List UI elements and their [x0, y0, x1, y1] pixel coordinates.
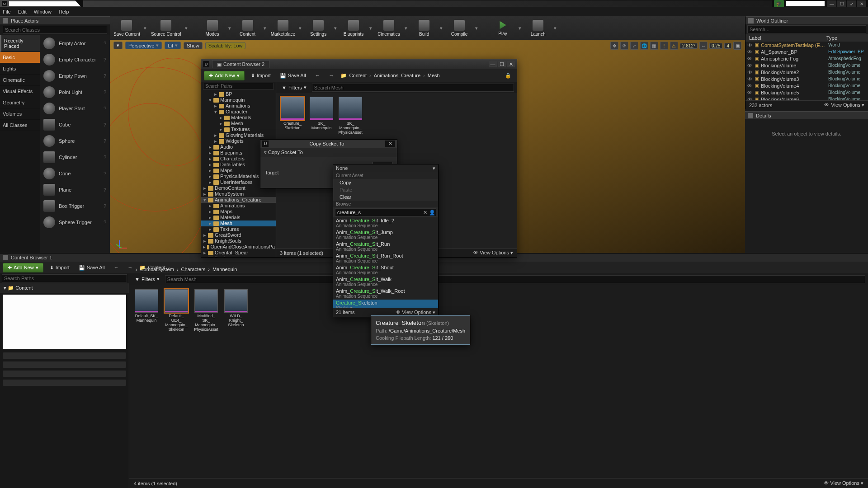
cb1-breadcrumb-tail[interactable]: ›CombatSystem ›Characters ›Mannequin	[136, 264, 863, 274]
warning-icon[interactable]: !	[660, 42, 668, 50]
perspective-button[interactable]: Perspective▾	[125, 42, 162, 49]
menu-window[interactable]: Window	[34, 9, 52, 14]
pa-item-sphere[interactable]: Sphere?	[40, 133, 110, 149]
pa-category-all-classes[interactable]: All Classes	[0, 120, 40, 131]
toolbar-dropdown[interactable]: ▾	[475, 25, 479, 31]
expand-icon[interactable]: ▸	[208, 203, 212, 209]
pa-item-player-start[interactable]: Player Start?	[40, 100, 110, 117]
expand-icon[interactable]: ▸	[203, 238, 207, 244]
help-icon[interactable]: ?	[104, 41, 106, 46]
outliner-row[interactable]: 👁▣BlockingVolume3BlockingVolume	[745, 75, 868, 82]
pa-item-cube[interactable]: Cube?	[40, 117, 110, 133]
toolbar-compile[interactable]: Compile	[447, 17, 472, 39]
transform-move-icon[interactable]: ✥	[610, 42, 618, 50]
project-tab[interactable]: U	[0, 0, 81, 7]
cb1-save-all[interactable]: 💾 Save All	[76, 263, 108, 272]
tree-node[interactable]: ▸Animations	[201, 203, 276, 209]
expand-icon[interactable]: ▸	[208, 226, 212, 232]
tree-node[interactable]: ▸Textures	[201, 226, 276, 232]
cb1-view-options[interactable]: 👁 View Options ▾	[824, 480, 863, 486]
expand-icon[interactable]: ▸	[208, 150, 212, 156]
help-icon[interactable]: ?	[104, 138, 106, 144]
tree-node[interactable]: ▾Character	[201, 109, 276, 115]
cb2-search-assets[interactable]	[312, 84, 514, 92]
pa-item-empty-pawn[interactable]: Empty Pawn?	[40, 68, 110, 84]
dialog-close[interactable]: ✕	[385, 141, 395, 147]
picker-item[interactable]: Anim_Creature_Sit_WalkAnimation Sequence	[333, 276, 438, 288]
toolbar-dropdown[interactable]: ▾	[144, 25, 147, 31]
picker-item[interactable]: Creature_SkeletonSkeleton	[333, 300, 438, 308]
eye-icon[interactable]: 👁	[747, 76, 753, 82]
pa-category-basic[interactable]: Basic	[0, 52, 40, 63]
outliner-row[interactable]: 👁▣BlockingVolume5BlockingVolume	[745, 89, 868, 96]
outliner-row[interactable]: 👁▣CombatSystemTestMap (Editor)World	[745, 42, 868, 48]
show-button[interactable]: Show	[184, 42, 203, 49]
cb1-add-new[interactable]: ✚ Add New ▾	[3, 263, 43, 272]
scale-snap-icon[interactable]: ↔	[699, 42, 708, 50]
toolbar-blueprints[interactable]: Blueprints	[341, 17, 366, 39]
eye-icon[interactable]: 👁	[747, 90, 753, 95]
expand-icon[interactable]: ▸	[208, 162, 212, 168]
menu-edit[interactable]: Edit	[18, 9, 27, 14]
pa-item-cone[interactable]: Cone?	[40, 165, 110, 182]
asset-tile[interactable]: Default_UE4_Mannequin_Skeleton	[164, 289, 189, 332]
warning2-icon[interactable]: ⚠	[670, 42, 678, 50]
filters-button[interactable]: ▼ Filters ▾	[279, 83, 309, 92]
cb1-import[interactable]: ⬇ Import	[47, 263, 72, 272]
expand-icon[interactable]: ▸	[203, 185, 207, 191]
picker-search-user-icon[interactable]: 👤	[429, 210, 436, 216]
coord-space-icon[interactable]: 🌐	[640, 42, 648, 50]
lock-icon[interactable]: 🔒	[502, 71, 514, 80]
camera-speed[interactable]: 4	[724, 43, 731, 49]
maximize-button[interactable]: ☐	[837, 0, 846, 7]
expand-icon[interactable]: ▸	[203, 244, 206, 250]
view-options-outliner[interactable]: 👁View Options ▾	[824, 102, 864, 108]
cb1-nav-fwd[interactable]: →	[125, 263, 136, 272]
toolbar-launch[interactable]: Launch	[526, 17, 550, 39]
cb2-view-options[interactable]: 👁 View Options ▾	[473, 250, 513, 256]
toolbar-dropdown[interactable]: ▾	[369, 25, 373, 31]
tree-node[interactable]: ▸Animations	[201, 103, 276, 109]
import-button[interactable]: ⬇ Import	[248, 71, 274, 80]
pa-category-recently-placed[interactable]: Recently Placed	[0, 35, 40, 52]
outliner-row[interactable]: 👁▣BlockingVolume4BlockingVolume	[745, 82, 868, 89]
expand-icon[interactable]: ▸	[203, 250, 207, 256]
toolbar-content[interactable]: Content	[236, 17, 260, 39]
tree-node[interactable]: ▸Oriental_Spear	[201, 250, 276, 256]
help-icon[interactable]: ?	[104, 122, 106, 127]
place-actors-search[interactable]	[3, 26, 107, 34]
expand-icon[interactable]: ▾	[214, 109, 217, 115]
col-label[interactable]: Label	[749, 35, 826, 41]
scale-snap-value[interactable]: 0.25	[709, 43, 722, 49]
picker-item[interactable]: Anim_Creature_Sit_Idle_2Animation Sequen…	[333, 217, 438, 229]
expand-icon[interactable]: ▸	[219, 127, 223, 132]
picker-selected[interactable]: None▾	[333, 164, 438, 172]
toolbar-save-current[interactable]: Save Current	[113, 17, 140, 39]
eye-icon[interactable]: 👁	[747, 70, 753, 75]
tree-node[interactable]: ▸Partixx	[201, 256, 276, 257]
world-outliner-tab[interactable]: World Outliner	[745, 16, 868, 24]
toolbar-modes[interactable]: Modes	[200, 17, 225, 39]
toolbar-build[interactable]: Build	[412, 17, 436, 39]
help-icon[interactable]: ?	[104, 73, 106, 79]
asset-tile[interactable]: SK_Mannequin_PhysicsAsset	[338, 97, 363, 135]
nav-fwd[interactable]: →	[326, 71, 337, 80]
transform-scale-icon[interactable]: ⤢	[630, 42, 638, 50]
expand-icon[interactable]: ▾	[208, 97, 212, 103]
toolbar-source-control[interactable]: Source Control	[151, 17, 181, 39]
outliner-row[interactable]: 👁▣AI_Spawner_BPEdit Spawner_BP	[745, 48, 868, 55]
cb1-root-folder[interactable]: ▾ 📁 Content	[0, 283, 129, 293]
outliner-row[interactable]: 👁▣BlockingVolume2BlockingVolume	[745, 69, 868, 75]
expand-icon[interactable]: ▾	[203, 197, 207, 203]
tree-node[interactable]: ▸Mesh	[201, 121, 276, 127]
maximize-viewport-icon[interactable]: ▣	[733, 42, 741, 50]
asset-tile[interactable]: WILD_Knight_Skeleton	[223, 289, 249, 327]
picker-item[interactable]: Anim_Creature_Sit_Run_RootAnimation Sequ…	[333, 253, 438, 264]
expand-icon[interactable]: ▸	[208, 144, 212, 150]
eye-icon[interactable]: 👁	[747, 83, 753, 89]
cb1-filters[interactable]: ▼ Filters ▾	[132, 275, 162, 283]
cb1-nav-back[interactable]: ←	[111, 263, 122, 272]
toolbar-play[interactable]: Play	[491, 17, 515, 39]
cb2-close[interactable]: ✕	[507, 61, 515, 67]
cb2-maximize[interactable]: ☐	[498, 61, 506, 67]
